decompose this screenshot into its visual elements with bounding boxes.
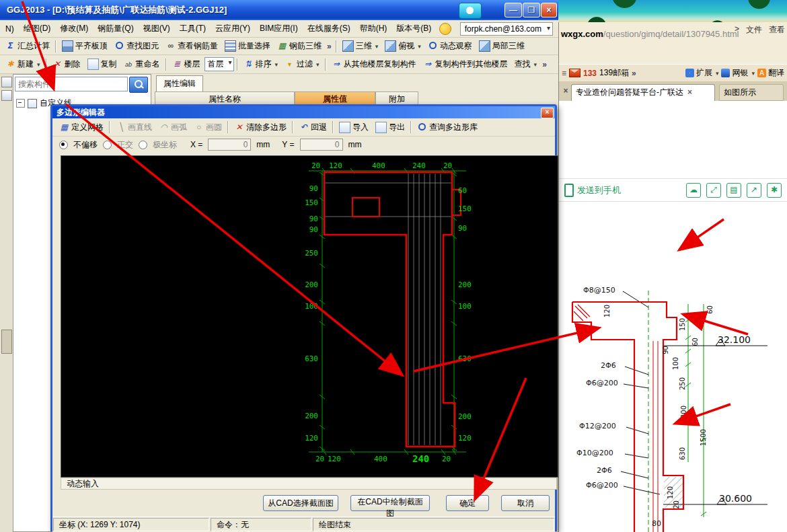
align-slab-button[interactable]: 平齐板顶	[59, 39, 110, 53]
fullscreen-icon[interactable]: ⤢	[706, 183, 721, 198]
cloud-icon[interactable]: ☁	[686, 183, 701, 198]
tree-collapse-icon[interactable]	[16, 99, 25, 108]
close-button[interactable]: ×	[541, 3, 557, 17]
radio-no-offset[interactable]	[59, 141, 68, 149]
filter-button[interactable]: 过滤	[282, 57, 322, 71]
draw-circle-button[interactable]: ○画圆	[191, 120, 225, 135]
dim-label: 630	[679, 447, 686, 460]
radio-ortho[interactable]	[103, 141, 112, 149]
x-input[interactable]	[208, 139, 251, 151]
dim-label: 60	[691, 338, 699, 346]
panel-tab[interactable]	[1, 330, 12, 354]
draw-line-button[interactable]: ╲画直线	[113, 120, 155, 135]
menu-view[interactable]: 视图(V)	[139, 21, 174, 36]
rebar-3d-button[interactable]: 钢筋三维	[274, 39, 324, 53]
delete-icon	[52, 59, 63, 69]
menu-tools[interactable]: 工具(T)	[176, 21, 210, 36]
panel-icon[interactable]	[1, 77, 12, 87]
y-input[interactable]	[300, 139, 343, 151]
view-rebar-qty-button[interactable]: 查看钢筋量	[163, 39, 221, 53]
hamburger-icon[interactable]: ≡	[562, 69, 566, 78]
menu-help[interactable]: 帮助(H)	[356, 21, 391, 36]
select-from-cad-button[interactable]: 从CAD选择截面图	[263, 495, 338, 511]
bank-button[interactable]: 网银	[721, 67, 755, 79]
tab-as-shown[interactable]: 如图所示	[719, 84, 784, 101]
dialog-title-bar[interactable]: 多边形编辑器 ×	[52, 106, 555, 118]
account-dropdown[interactable]: forpk.chen@163.com	[460, 22, 553, 36]
copy-from-icon	[332, 59, 342, 69]
view-3d-button[interactable]: 三维	[340, 39, 381, 53]
sort-button[interactable]: 排序	[241, 57, 281, 71]
tab-close-icon[interactable]: ×	[687, 87, 692, 97]
translate-button[interactable]: 翻译	[757, 67, 784, 79]
cube-icon	[342, 40, 354, 52]
property-panel: 属性编辑 属性名称 属性值 附加	[153, 74, 558, 108]
tab-close-icon[interactable]: ×	[561, 86, 570, 96]
mail-link[interactable]: 139邮箱	[599, 67, 629, 79]
toolbar-label: 重命名	[136, 59, 160, 70]
browser-menu: > 文件 查看	[735, 24, 785, 36]
radio-ortho-label: 正交	[117, 139, 133, 151]
menu-bim[interactable]: BIM应用(I)	[256, 21, 302, 36]
query-polygon-lib-button[interactable]: 查询多边形库	[414, 120, 480, 135]
title-bar[interactable]: GGJ2013 - [D:\预结算及抽筋\广联达抽筋\测试-2.GGJ12] —…	[0, 0, 558, 20]
draw-arc-button[interactable]: ◠画弧	[156, 120, 190, 135]
dialog-close-icon[interactable]: ×	[541, 108, 554, 118]
menu-cloud[interactable]: 云应用(Y)	[211, 21, 254, 36]
menu-modify[interactable]: 修改(M)	[56, 21, 92, 36]
radio-polar[interactable]	[139, 141, 147, 149]
rename-button[interactable]: 重命名	[121, 57, 163, 71]
browser-menu-view[interactable]: 查看	[769, 24, 785, 36]
find-button[interactable]: 查找	[512, 57, 540, 71]
export-button[interactable]: 导出	[373, 120, 408, 135]
menu-online-service[interactable]: 在线服务(S)	[303, 21, 354, 36]
local-3d-button[interactable]: 局部三维	[476, 39, 527, 53]
define-grid-button[interactable]: ▦定义网格	[57, 120, 106, 135]
summary-calc-button[interactable]: 汇总计算	[3, 39, 52, 53]
new-button[interactable]: 新建	[3, 57, 43, 71]
undo-button[interactable]: ↶回退	[296, 120, 330, 135]
assistant-icon[interactable]	[459, 3, 482, 19]
settings-gear-icon[interactable]: ✱	[767, 183, 782, 198]
delete-button[interactable]: 删除	[50, 57, 83, 71]
tab-property-edit[interactable]: 属性编辑	[156, 75, 203, 91]
mail-more-chevron[interactable]: »	[632, 69, 636, 78]
copy-to-floor-button[interactable]: 复制构件到其他楼层	[420, 57, 511, 71]
menu-version[interactable]: 版本号(B)	[392, 21, 435, 36]
batch-select-button[interactable]: 批量选择	[222, 39, 273, 53]
face-icon[interactable]	[439, 23, 451, 35]
minimize-button[interactable]: —	[504, 3, 522, 17]
browser-menu-file[interactable]: 文件	[746, 24, 762, 36]
menu-rebar-qty[interactable]: 钢筋量(Q)	[93, 21, 137, 36]
y-unit: mm	[348, 140, 362, 149]
cad-drawing-canvas[interactable]: 20 120 400 240 20 20 120 400 240 20 90 1…	[61, 155, 558, 478]
share-icon[interactable]: ↗	[747, 183, 761, 198]
cancel-button[interactable]: 取消	[501, 495, 550, 511]
overflow-chevron[interactable]: »	[541, 60, 548, 69]
page-url[interactable]: wxgx.com/question/gimq/detail/1307945.ht…	[561, 29, 739, 39]
send-to-phone-button[interactable]: 发送到手机	[564, 184, 621, 197]
extensions-button[interactable]: 扩展	[685, 67, 719, 79]
search-button[interactable]	[129, 77, 148, 93]
dim-label: 120	[293, 434, 318, 443]
draw-in-cad-button[interactable]: 在CAD中绘制截面图	[350, 495, 430, 511]
menu-draw[interactable]: 绘图(D)	[20, 21, 55, 36]
restore-button[interactable]: ❒	[523, 3, 540, 17]
copy-from-floor-button[interactable]: 从其他楼层复制构件	[329, 57, 419, 71]
top-view-button[interactable]: 俯视	[382, 39, 424, 53]
floor-select[interactable]: 首层	[204, 57, 234, 71]
clear-polygon-button[interactable]: 清除多边形	[231, 120, 289, 135]
find-element-button[interactable]: 查找图元	[112, 39, 161, 53]
copy-button[interactable]: 复制	[85, 57, 120, 71]
floor-icon	[172, 59, 182, 69]
search-input[interactable]	[15, 77, 128, 91]
orbit-button[interactable]: 动态观察	[425, 39, 475, 53]
menu-fragment[interactable]: N)	[1, 22, 18, 36]
ok-button[interactable]: 确定	[446, 495, 489, 511]
overflow-chevron[interactable]: »	[326, 42, 333, 51]
screen: { "colors":{"arrow_red":"#e80000","cad_g…	[0, 0, 787, 532]
save-icon[interactable]: ▤	[726, 183, 741, 198]
tab-qa-platform[interactable]: 专业造价问题答疑平台-广联达×	[571, 84, 715, 101]
panel-icon[interactable]	[1, 90, 12, 101]
import-button[interactable]: 导入	[336, 120, 371, 135]
